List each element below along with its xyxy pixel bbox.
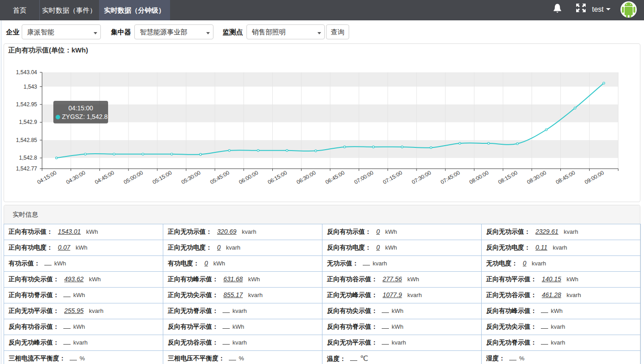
svg-text:09:00:00: 09:00:00 (583, 170, 605, 186)
svg-text:06:30:00: 06:30:00 (295, 170, 317, 186)
svg-text:06:45:00: 06:45:00 (324, 170, 346, 186)
svg-text:04:45:00: 04:45:00 (94, 170, 115, 186)
svg-text:1,543.04: 1,543.04 (16, 69, 37, 76)
svg-text:04:15:00: 04:15:00 (36, 170, 58, 186)
svg-text:06:00:00: 06:00:00 (238, 170, 260, 186)
svg-text:07:45:00: 07:45:00 (440, 170, 461, 186)
svg-text:1,542.8: 1,542.8 (19, 155, 37, 161)
svg-text:1,542.95: 1,542.95 (16, 101, 37, 108)
svg-text:04:30:00: 04:30:00 (65, 170, 87, 186)
svg-text:05:00:00: 05:00:00 (123, 170, 144, 186)
svg-text:06:15:00: 06:15:00 (267, 170, 289, 186)
svg-text:05:30:00: 05:30:00 (180, 170, 202, 186)
svg-text:08:30:00: 08:30:00 (526, 170, 548, 186)
svg-text:05:45:00: 05:45:00 (209, 170, 231, 186)
svg-text:07:00:00: 07:00:00 (353, 170, 375, 186)
svg-text:08:15:00: 08:15:00 (497, 170, 519, 186)
svg-text:05:15:00: 05:15:00 (152, 170, 173, 186)
svg-text:08:00:00: 08:00:00 (468, 170, 490, 186)
svg-text:07:15:00: 07:15:00 (382, 170, 403, 186)
svg-text:1,543: 1,543 (24, 84, 37, 90)
svg-text:1,542.77: 1,542.77 (16, 165, 37, 172)
svg-text:1,542.9: 1,542.9 (19, 119, 37, 125)
svg-text:1,542.85: 1,542.85 (16, 137, 37, 143)
svg-text:08:45:00: 08:45:00 (555, 170, 577, 186)
svg-text:07:30:00: 07:30:00 (411, 170, 432, 186)
